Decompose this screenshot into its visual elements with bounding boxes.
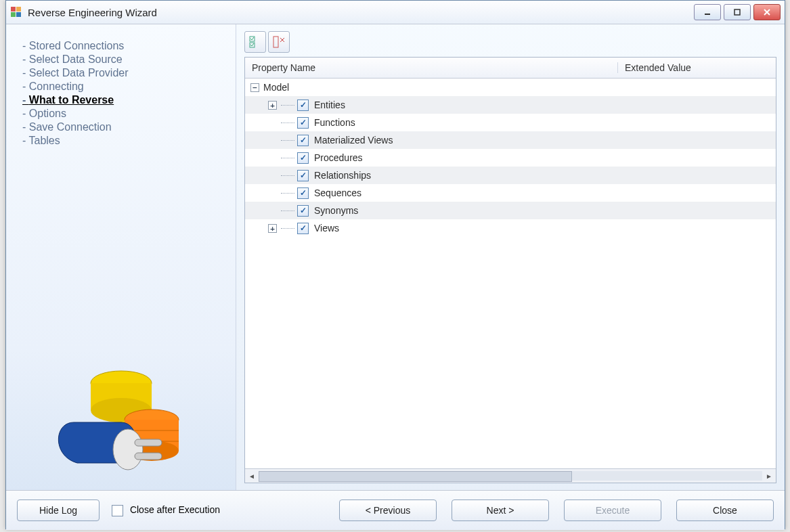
close-after-execution-option[interactable]: Close after Execution — [112, 504, 220, 516]
grid-toolbar: check-all uncheck-all — [244, 31, 776, 53]
close-window-button[interactable] — [753, 4, 781, 20]
wizard-step[interactable]: Select Data Source — [22, 53, 223, 66]
tree-item[interactable]: Functions — [245, 114, 776, 131]
tree-item-label: Views — [314, 223, 339, 234]
execute-button[interactable]: Execute — [564, 500, 661, 521]
wizard-step[interactable]: Options — [22, 107, 223, 120]
column-extended-value[interactable]: Extended Value — [618, 62, 776, 73]
column-property-name[interactable]: Property Name — [245, 62, 618, 73]
wizard-step[interactable]: Connecting — [22, 80, 223, 93]
title-bar: Reverse Engineering Wizard — [6, 1, 785, 24]
tree-item-label: Relationships — [314, 170, 371, 181]
svg-rect-5 — [734, 9, 740, 15]
collapse-icon[interactable]: − — [250, 83, 259, 92]
app-icon — [10, 6, 22, 18]
scroll-track[interactable] — [259, 471, 762, 481]
wizard-step[interactable]: Save Connection — [22, 120, 223, 134]
uncheck-all-button[interactable]: uncheck-all — [268, 31, 290, 53]
tree-item-checkbox[interactable] — [297, 135, 309, 146]
tree-item-label: Sequences — [314, 187, 361, 198]
sidebar-decoration-image — [47, 361, 196, 483]
window-buttons — [694, 4, 781, 20]
tree-connector — [281, 193, 294, 194]
tree-item-label: Entities — [314, 99, 345, 110]
expand-icon[interactable]: + — [268, 224, 277, 233]
tree-root-label: Model — [263, 82, 289, 93]
tree-item[interactable]: Materialized Views — [245, 131, 776, 149]
tree-connector — [281, 210, 294, 211]
wizard-body: Stored ConnectionsSelect Data SourceSele… — [6, 24, 785, 490]
tree-root[interactable]: −Model — [245, 79, 776, 96]
tree-item-checkbox[interactable] — [297, 170, 309, 181]
tree-item[interactable]: Procedures — [245, 149, 776, 167]
tree-item[interactable]: Sequences — [245, 184, 776, 202]
horizontal-scrollbar[interactable]: ◄ ► — [245, 468, 776, 483]
wizard-step[interactable]: What to Reverse — [22, 93, 223, 107]
svg-rect-17 — [135, 439, 162, 446]
wizard-main-panel: check-all uncheck-all Property Name Exte… — [236, 24, 785, 490]
close-button[interactable]: Close — [676, 500, 774, 521]
tree-item[interactable]: Relationships — [245, 167, 776, 184]
tree-item-checkbox[interactable] — [297, 223, 309, 234]
svg-point-16 — [113, 429, 143, 470]
check-all-button[interactable]: check-all — [244, 31, 266, 53]
grid-body: −Model+EntitiesFunctionsMaterialized Vie… — [245, 79, 776, 468]
tree-connector — [281, 105, 294, 106]
minimize-button[interactable] — [694, 4, 721, 20]
wizard-footer: Hide Log Close after Execution < Previou… — [6, 490, 785, 530]
close-after-execution-checkbox[interactable] — [112, 505, 123, 516]
tree-item-checkbox[interactable] — [297, 187, 309, 199]
expand-icon[interactable]: + — [268, 101, 277, 110]
tree-item-checkbox[interactable] — [297, 152, 309, 164]
tree-item[interactable]: Synonyms — [245, 202, 776, 219]
grid-header: Property Name Extended Value — [245, 58, 776, 79]
wizard-steps-list: Stored ConnectionsSelect Data SourceSele… — [22, 39, 223, 148]
properties-grid: Property Name Extended Value −Model+Enti… — [244, 57, 776, 483]
maximize-button[interactable] — [724, 4, 751, 20]
scroll-thumb[interactable] — [259, 471, 572, 482]
svg-rect-21 — [273, 37, 278, 47]
tree-item[interactable]: +Entities — [245, 96, 776, 114]
tree-item[interactable]: +Views — [245, 219, 776, 237]
next-button[interactable]: Next > — [452, 500, 549, 521]
tree-connector — [281, 158, 294, 158]
tree-connector — [281, 175, 294, 176]
wizard-steps-sidebar: Stored ConnectionsSelect Data SourceSele… — [6, 24, 236, 490]
scroll-left-button[interactable]: ◄ — [245, 469, 259, 483]
tree-item-checkbox[interactable] — [297, 99, 309, 111]
tree-item-label: Synonyms — [314, 205, 358, 216]
wizard-step[interactable]: Tables — [22, 134, 223, 148]
previous-button[interactable]: < Previous — [339, 500, 437, 521]
wizard-step[interactable]: Select Data Provider — [22, 66, 223, 80]
svg-rect-3 — [16, 12, 21, 17]
tree-item-label: Procedures — [314, 152, 363, 163]
svg-rect-18 — [135, 453, 162, 460]
hide-log-button[interactable]: Hide Log — [17, 500, 100, 521]
svg-rect-2 — [11, 12, 16, 17]
tree-connector — [281, 140, 294, 141]
svg-rect-1 — [16, 7, 21, 12]
window-title: Reverse Engineering Wizard — [28, 7, 157, 18]
tree-item-label: Functions — [314, 117, 355, 128]
tree-item-label: Materialized Views — [314, 135, 393, 146]
tree-item-checkbox[interactable] — [297, 205, 309, 217]
close-after-execution-label: Close after Execution — [130, 504, 220, 515]
scroll-right-button[interactable]: ► — [762, 469, 776, 483]
svg-rect-0 — [11, 7, 16, 12]
wizard-window: Reverse Engineering Wizard Stored Connec… — [5, 0, 785, 529]
tree-item-checkbox[interactable] — [297, 117, 309, 129]
tree-connector — [281, 123, 294, 123]
tree-connector — [281, 228, 294, 229]
wizard-step[interactable]: Stored Connections — [22, 39, 223, 53]
